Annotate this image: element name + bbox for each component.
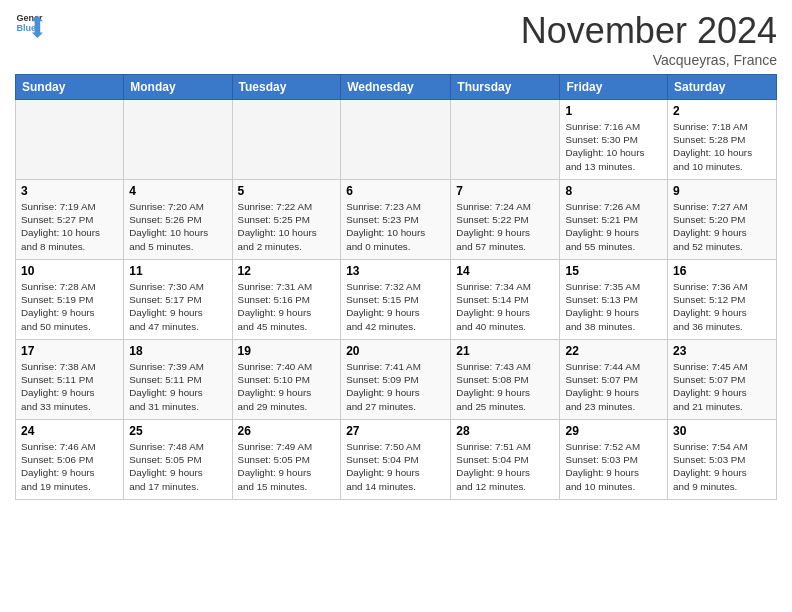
weekday-header-saturday: Saturday [668,75,777,100]
calendar-cell: 11Sunrise: 7:30 AMSunset: 5:17 PMDayligh… [124,260,232,340]
weekday-header-friday: Friday [560,75,668,100]
week-row-2: 3Sunrise: 7:19 AMSunset: 5:27 PMDaylight… [16,180,777,260]
day-info: Sunrise: 7:20 AMSunset: 5:26 PMDaylight:… [129,200,226,253]
month-title: November 2024 [521,10,777,52]
calendar-cell: 17Sunrise: 7:38 AMSunset: 5:11 PMDayligh… [16,340,124,420]
day-info: Sunrise: 7:51 AMSunset: 5:04 PMDaylight:… [456,440,554,493]
calendar-cell: 2Sunrise: 7:18 AMSunset: 5:28 PMDaylight… [668,100,777,180]
calendar-cell: 14Sunrise: 7:34 AMSunset: 5:14 PMDayligh… [451,260,560,340]
day-number: 16 [673,264,771,278]
weekday-header-wednesday: Wednesday [341,75,451,100]
day-number: 3 [21,184,118,198]
calendar-cell: 4Sunrise: 7:20 AMSunset: 5:26 PMDaylight… [124,180,232,260]
main-container: General Blue November 2024 Vacqueyras, F… [0,0,792,510]
day-info: Sunrise: 7:48 AMSunset: 5:05 PMDaylight:… [129,440,226,493]
day-number: 8 [565,184,662,198]
day-info: Sunrise: 7:28 AMSunset: 5:19 PMDaylight:… [21,280,118,333]
logo-icon: General Blue [15,10,43,38]
day-number: 17 [21,344,118,358]
calendar-cell: 13Sunrise: 7:32 AMSunset: 5:15 PMDayligh… [341,260,451,340]
day-number: 28 [456,424,554,438]
day-number: 26 [238,424,336,438]
calendar-cell: 5Sunrise: 7:22 AMSunset: 5:25 PMDaylight… [232,180,341,260]
day-info: Sunrise: 7:26 AMSunset: 5:21 PMDaylight:… [565,200,662,253]
day-number: 29 [565,424,662,438]
day-number: 25 [129,424,226,438]
calendar-cell [16,100,124,180]
calendar-cell: 16Sunrise: 7:36 AMSunset: 5:12 PMDayligh… [668,260,777,340]
location: Vacqueyras, France [521,52,777,68]
calendar-cell: 27Sunrise: 7:50 AMSunset: 5:04 PMDayligh… [341,420,451,500]
day-info: Sunrise: 7:30 AMSunset: 5:17 PMDaylight:… [129,280,226,333]
calendar-cell: 19Sunrise: 7:40 AMSunset: 5:10 PMDayligh… [232,340,341,420]
day-info: Sunrise: 7:49 AMSunset: 5:05 PMDaylight:… [238,440,336,493]
weekday-header-sunday: Sunday [16,75,124,100]
day-info: Sunrise: 7:38 AMSunset: 5:11 PMDaylight:… [21,360,118,413]
day-info: Sunrise: 7:43 AMSunset: 5:08 PMDaylight:… [456,360,554,413]
calendar-cell: 26Sunrise: 7:49 AMSunset: 5:05 PMDayligh… [232,420,341,500]
calendar-cell: 9Sunrise: 7:27 AMSunset: 5:20 PMDaylight… [668,180,777,260]
day-number: 15 [565,264,662,278]
calendar-cell: 1Sunrise: 7:16 AMSunset: 5:30 PMDaylight… [560,100,668,180]
day-info: Sunrise: 7:54 AMSunset: 5:03 PMDaylight:… [673,440,771,493]
week-row-1: 1Sunrise: 7:16 AMSunset: 5:30 PMDaylight… [16,100,777,180]
day-number: 1 [565,104,662,118]
day-info: Sunrise: 7:40 AMSunset: 5:10 PMDaylight:… [238,360,336,413]
calendar-cell: 21Sunrise: 7:43 AMSunset: 5:08 PMDayligh… [451,340,560,420]
day-number: 10 [21,264,118,278]
day-number: 30 [673,424,771,438]
calendar-cell: 23Sunrise: 7:45 AMSunset: 5:07 PMDayligh… [668,340,777,420]
day-number: 23 [673,344,771,358]
calendar-cell [232,100,341,180]
week-row-5: 24Sunrise: 7:46 AMSunset: 5:06 PMDayligh… [16,420,777,500]
calendar-cell: 6Sunrise: 7:23 AMSunset: 5:23 PMDaylight… [341,180,451,260]
day-number: 12 [238,264,336,278]
calendar-cell [124,100,232,180]
day-number: 5 [238,184,336,198]
day-number: 9 [673,184,771,198]
day-info: Sunrise: 7:39 AMSunset: 5:11 PMDaylight:… [129,360,226,413]
day-info: Sunrise: 7:22 AMSunset: 5:25 PMDaylight:… [238,200,336,253]
day-number: 19 [238,344,336,358]
day-info: Sunrise: 7:16 AMSunset: 5:30 PMDaylight:… [565,120,662,173]
week-row-4: 17Sunrise: 7:38 AMSunset: 5:11 PMDayligh… [16,340,777,420]
calendar-cell [451,100,560,180]
day-number: 4 [129,184,226,198]
day-info: Sunrise: 7:19 AMSunset: 5:27 PMDaylight:… [21,200,118,253]
day-info: Sunrise: 7:18 AMSunset: 5:28 PMDaylight:… [673,120,771,173]
day-info: Sunrise: 7:44 AMSunset: 5:07 PMDaylight:… [565,360,662,413]
day-number: 2 [673,104,771,118]
day-number: 11 [129,264,226,278]
calendar-cell: 24Sunrise: 7:46 AMSunset: 5:06 PMDayligh… [16,420,124,500]
day-number: 18 [129,344,226,358]
day-number: 7 [456,184,554,198]
day-info: Sunrise: 7:27 AMSunset: 5:20 PMDaylight:… [673,200,771,253]
header: General Blue November 2024 Vacqueyras, F… [15,10,777,68]
day-info: Sunrise: 7:41 AMSunset: 5:09 PMDaylight:… [346,360,445,413]
weekday-header-tuesday: Tuesday [232,75,341,100]
day-info: Sunrise: 7:31 AMSunset: 5:16 PMDaylight:… [238,280,336,333]
svg-text:Blue: Blue [16,23,36,33]
day-info: Sunrise: 7:32 AMSunset: 5:15 PMDaylight:… [346,280,445,333]
calendar-cell: 7Sunrise: 7:24 AMSunset: 5:22 PMDaylight… [451,180,560,260]
day-info: Sunrise: 7:34 AMSunset: 5:14 PMDaylight:… [456,280,554,333]
calendar-cell: 30Sunrise: 7:54 AMSunset: 5:03 PMDayligh… [668,420,777,500]
day-info: Sunrise: 7:24 AMSunset: 5:22 PMDaylight:… [456,200,554,253]
calendar-table: SundayMondayTuesdayWednesdayThursdayFrid… [15,74,777,500]
day-number: 24 [21,424,118,438]
calendar-cell: 18Sunrise: 7:39 AMSunset: 5:11 PMDayligh… [124,340,232,420]
day-number: 14 [456,264,554,278]
day-number: 13 [346,264,445,278]
day-info: Sunrise: 7:35 AMSunset: 5:13 PMDaylight:… [565,280,662,333]
day-number: 21 [456,344,554,358]
day-info: Sunrise: 7:36 AMSunset: 5:12 PMDaylight:… [673,280,771,333]
calendar-cell: 22Sunrise: 7:44 AMSunset: 5:07 PMDayligh… [560,340,668,420]
calendar-cell: 10Sunrise: 7:28 AMSunset: 5:19 PMDayligh… [16,260,124,340]
calendar-cell: 29Sunrise: 7:52 AMSunset: 5:03 PMDayligh… [560,420,668,500]
day-number: 22 [565,344,662,358]
day-info: Sunrise: 7:45 AMSunset: 5:07 PMDaylight:… [673,360,771,413]
day-number: 27 [346,424,445,438]
title-area: November 2024 Vacqueyras, France [521,10,777,68]
day-info: Sunrise: 7:52 AMSunset: 5:03 PMDaylight:… [565,440,662,493]
day-number: 6 [346,184,445,198]
